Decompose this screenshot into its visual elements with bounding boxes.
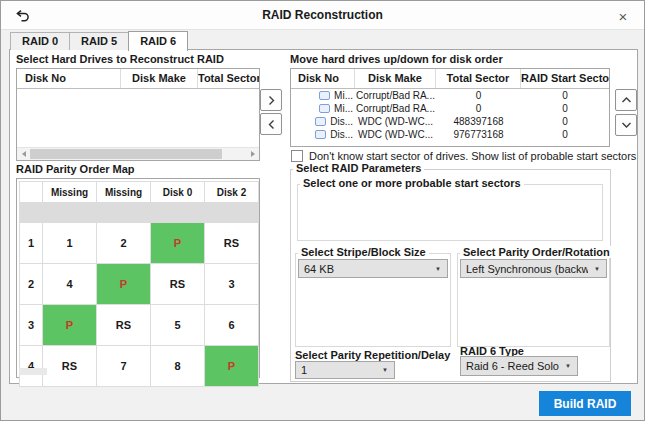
raid6-type-value: Raid 6 - Reed Solomon	[461, 360, 559, 372]
parity-cell: 3	[205, 264, 258, 304]
chevron-left-icon	[267, 119, 276, 130]
parity-cell: 4	[43, 264, 96, 304]
raid-reconstruction-window: RAID Reconstruction × RAID 0 RAID 5 RAID…	[0, 0, 645, 421]
remove-drive-button[interactable]	[260, 113, 282, 135]
disk-order-row[interactable]: Mi...Corrupt/Bad RA...00	[291, 89, 609, 102]
parity-cell: 5	[151, 305, 204, 345]
scroll-right-icon[interactable]	[246, 148, 259, 160]
col-total-sector: Total Sector	[198, 69, 259, 88]
parity-repetition-label: Select Parity Repetition/Delay	[295, 349, 450, 361]
parity-col-header: Disk 0	[151, 182, 204, 202]
disk-order-row[interactable]: Mi...Corrupt/Bad RA...00	[291, 102, 609, 115]
parity-cell: P	[97, 264, 150, 304]
horizontal-scrollbar[interactable]	[17, 147, 259, 160]
source-drives-table[interactable]: Disk No Disk Make Total Sector	[16, 68, 260, 161]
tab-raid-6[interactable]: RAID 6	[128, 31, 188, 51]
parity-cell: 7	[97, 346, 150, 386]
parity-col-header: Disk 2	[205, 182, 258, 202]
parity-cell: 8	[151, 346, 204, 386]
disk-order-row[interactable]: Dis...WDC (WD-WC...9767731680	[291, 128, 609, 141]
parity-row-number: 1	[20, 223, 42, 263]
select-drives-label: Select Hard Drives to Reconstruct RAID	[16, 53, 224, 65]
parity-order-select[interactable]: Left Synchronous (backward ▼	[460, 259, 607, 278]
move-down-button[interactable]	[615, 114, 637, 136]
close-icon: ×	[619, 8, 628, 25]
parity-cell: RS	[205, 223, 258, 263]
raid-parameters-caption: Select RAID Parameters	[293, 162, 424, 174]
disk-no-cell: Dis...	[291, 116, 355, 127]
stripe-size-value: 64 KB	[299, 263, 429, 275]
hard-drive-icon	[315, 130, 326, 139]
parity-col-header: Missing	[43, 182, 96, 202]
col-total-sector: Total Sector	[436, 69, 521, 88]
dropdown-arrow-icon: ▼	[376, 367, 394, 373]
raid-tab-strip: RAID 0 RAID 5 RAID 6	[10, 30, 187, 50]
parity-row-number: 4	[20, 346, 42, 386]
disk-make-cell: WDC (WD-WC...	[355, 116, 436, 127]
total-sector-cell: 488397168	[436, 116, 521, 127]
move-drives-label: Move hard drives up/down for disk order	[290, 53, 503, 65]
unknown-start-sector-checkbox-row[interactable]: Don't know start sector of drives. Show …	[291, 150, 636, 162]
chevron-right-icon	[267, 95, 276, 106]
stripe-size-select[interactable]: 64 KB ▼	[298, 259, 448, 278]
checkbox-unchecked-icon[interactable]	[291, 150, 303, 162]
parity-repetition-select[interactable]: 1 ▼	[295, 361, 395, 379]
parity-map-label: RAID Parity Order Map	[16, 163, 135, 175]
add-drive-button[interactable]	[260, 89, 282, 111]
parity-row-number: 3	[20, 305, 42, 345]
window-title: RAID Reconstruction	[1, 1, 644, 30]
move-up-button[interactable]	[615, 89, 637, 111]
parity-cell: 1	[43, 223, 96, 263]
build-raid-button[interactable]: Build RAID	[539, 391, 631, 416]
parity-cell: P	[43, 305, 96, 345]
close-button[interactable]: ×	[612, 5, 634, 27]
parity-grid: MissingMissingDisk 0Disk 2112PRS24PRS33P…	[19, 181, 259, 387]
parity-scrollbar-thumb[interactable]	[19, 368, 47, 375]
disk-make-cell: Corrupt/Bad RA...	[355, 103, 436, 114]
parity-corner-cell	[20, 182, 42, 202]
raid-start-sector-cell: 0	[521, 90, 609, 101]
parity-order-caption: Select Parity Order/Rotation	[460, 246, 613, 258]
raid6-tab-panel: Select Hard Drives to Reconstruct RAID D…	[9, 49, 638, 384]
disk-order-table[interactable]: Disk No Disk Make Total Sector RAID Star…	[290, 68, 610, 147]
start-sectors-caption: Select one or more probable start sector…	[300, 177, 524, 189]
total-sector-cell: 0	[436, 103, 521, 114]
col-raid-start-sector: RAID Start Sector	[521, 69, 609, 88]
dropdown-arrow-icon: ▼	[429, 266, 447, 272]
disk-no-cell: Mi...	[291, 103, 355, 114]
raid-start-sector-cell: 0	[521, 129, 609, 140]
stripe-size-caption: Select Stripe/Block Size	[298, 246, 429, 258]
checkbox-label: Don't know start sector of drives. Show …	[309, 150, 636, 162]
tab-raid-0[interactable]: RAID 0	[10, 32, 70, 50]
hard-drive-icon	[319, 104, 330, 113]
parity-cell: RS	[43, 346, 96, 386]
raid6-type-select[interactable]: Raid 6 - Reed Solomon ▼	[460, 356, 578, 376]
hard-drive-icon	[319, 91, 330, 100]
col-disk-make: Disk Make	[355, 69, 436, 88]
scrollbar-thumb[interactable]	[30, 149, 222, 159]
tab-raid-5[interactable]: RAID 5	[69, 32, 129, 50]
parity-repetition-value: 1	[296, 364, 376, 376]
parity-cell: 6	[205, 305, 258, 345]
parity-cell: RS	[97, 305, 150, 345]
dialog-footer: Build RAID	[1, 384, 645, 421]
disk-order-header: Disk No Disk Make Total Sector RAID Star…	[291, 69, 609, 89]
col-disk-no: Disk No	[291, 69, 355, 88]
disk-make-cell: Corrupt/Bad RA...	[355, 90, 436, 101]
parity-order-value: Left Synchronous (backward	[461, 263, 588, 275]
disk-order-row[interactable]: Dis...WDC (WD-WC...4883971680	[291, 115, 609, 128]
title-bar: RAID Reconstruction ×	[1, 1, 644, 30]
parity-cell: P	[151, 223, 204, 263]
probable-start-sectors-box[interactable]	[297, 184, 603, 241]
dropdown-arrow-icon: ▼	[588, 266, 606, 272]
parity-cell: P	[205, 346, 258, 386]
disk-make-cell: WDC (WD-WC...	[355, 129, 436, 140]
parity-col-header: Missing	[97, 182, 150, 202]
total-sector-cell: 976773168	[436, 129, 521, 140]
scroll-left-icon[interactable]	[17, 148, 30, 160]
parity-order-map: MissingMissingDisk 0Disk 2112PRS24PRS33P…	[16, 178, 260, 378]
parity-cell: RS	[151, 264, 204, 304]
disk-no-cell: Mi...	[291, 90, 355, 101]
dropdown-arrow-icon: ▼	[559, 363, 577, 369]
raid-start-sector-cell: 0	[521, 103, 609, 114]
